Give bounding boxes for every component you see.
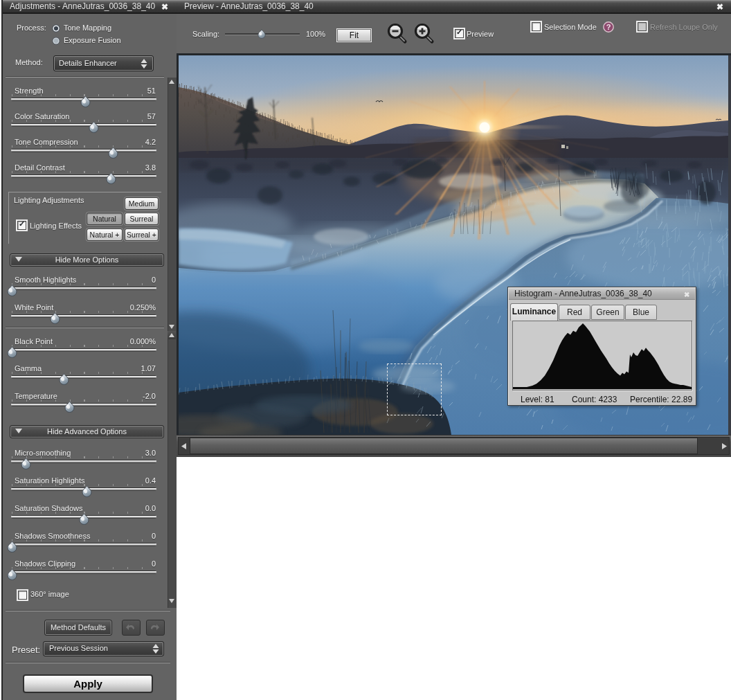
svg-text:?: ? xyxy=(606,23,611,31)
